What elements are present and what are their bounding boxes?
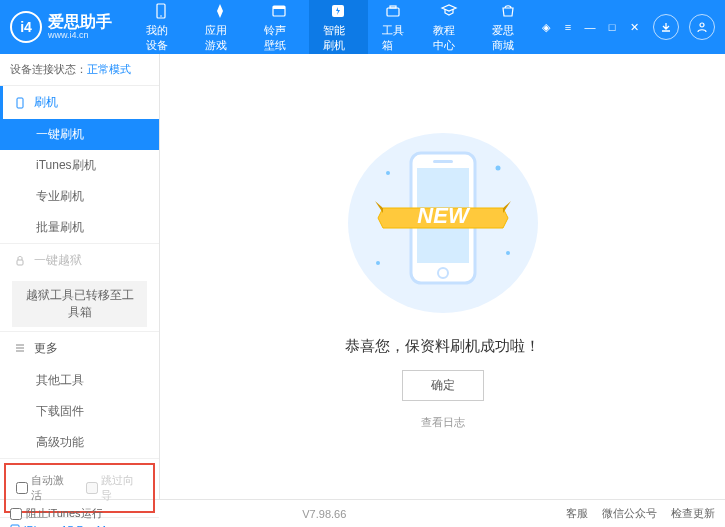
- svg-rect-15: [433, 160, 453, 163]
- sidebar-item-batch[interactable]: 批量刷机: [0, 212, 159, 243]
- svg-rect-5: [387, 8, 399, 16]
- sidebar-flash-header[interactable]: 刷机: [0, 86, 159, 119]
- block-itunes-checkbox[interactable]: [10, 508, 22, 520]
- download-button[interactable]: [653, 14, 679, 40]
- success-message: 恭喜您，保资料刷机成功啦！: [345, 337, 540, 356]
- sidebar-item-itunes[interactable]: iTunes刷机: [0, 150, 159, 181]
- list-icon: [14, 342, 26, 354]
- svg-rect-8: [17, 98, 23, 108]
- nav-ringtones[interactable]: 铃声壁纸: [250, 0, 309, 54]
- store-icon: [499, 2, 517, 20]
- toolbox-icon: [384, 2, 402, 20]
- logo-icon: i4: [10, 11, 42, 43]
- nav-store[interactable]: 爱思商城: [478, 0, 537, 54]
- menu-icon[interactable]: ≡: [559, 18, 577, 36]
- device-icon: [152, 2, 170, 20]
- main-nav: 我的设备 应用游戏 铃声壁纸 智能刷机 工具箱 教程中心 爱思商城: [132, 0, 537, 54]
- minimize-button[interactable]: —: [581, 18, 599, 36]
- sidebar: 设备连接状态：正常模式 刷机 一键刷机 iTunes刷机 专业刷机 批量刷机 一…: [0, 54, 160, 499]
- sidebar-item-pro[interactable]: 专业刷机: [0, 181, 159, 212]
- new-ribbon-text: NEW: [417, 203, 471, 228]
- svg-point-7: [700, 23, 704, 27]
- flash-icon: [329, 2, 347, 20]
- version-label: V7.98.66: [302, 508, 346, 520]
- device-small-icon: [10, 524, 20, 527]
- maximize-button[interactable]: □: [603, 18, 621, 36]
- device-status: 设备连接状态：正常模式: [0, 54, 159, 86]
- sidebar-more-header[interactable]: 更多: [0, 332, 159, 365]
- footer-update[interactable]: 检查更新: [671, 506, 715, 521]
- svg-point-1: [161, 15, 163, 17]
- sidebar-item-oneclick[interactable]: 一键刷机: [0, 119, 159, 150]
- app-header: i4 爱思助手 www.i4.cn 我的设备 应用游戏 铃声壁纸 智能刷机 工具…: [0, 0, 725, 54]
- svg-point-17: [495, 166, 500, 171]
- apps-icon: [211, 2, 229, 20]
- footer-support[interactable]: 客服: [566, 506, 588, 521]
- svg-point-18: [506, 251, 510, 255]
- jailbreak-notice: 越狱工具已转移至工具箱: [12, 281, 147, 327]
- svg-rect-6: [390, 6, 396, 8]
- sidebar-item-advanced[interactable]: 高级功能: [0, 427, 159, 458]
- sidebar-item-other[interactable]: 其他工具: [0, 365, 159, 396]
- nav-my-device[interactable]: 我的设备: [132, 0, 191, 54]
- phone-icon: [14, 97, 26, 109]
- device-name[interactable]: iPhone 15 Pro Max: [10, 524, 149, 527]
- skin-icon[interactable]: ◈: [537, 18, 555, 36]
- app-logo: i4 爱思助手 www.i4.cn: [10, 11, 112, 43]
- svg-rect-9: [17, 260, 23, 265]
- tutorial-icon: [440, 2, 458, 20]
- main-content: NEW 恭喜您，保资料刷机成功啦！ 确定 查看日志: [160, 54, 725, 499]
- checkbox-skip-guide[interactable]: 跳过向导: [86, 473, 144, 503]
- window-controls: ◈ ≡ — □ ✕: [537, 14, 715, 40]
- logo-title: 爱思助手: [48, 13, 112, 31]
- close-button[interactable]: ✕: [625, 18, 643, 36]
- nav-toolbox[interactable]: 工具箱: [368, 0, 419, 54]
- ringtone-icon: [270, 2, 288, 20]
- user-button[interactable]: [689, 14, 715, 40]
- sidebar-jailbreak-header[interactable]: 一键越狱: [0, 244, 159, 277]
- nav-apps[interactable]: 应用游戏: [191, 0, 250, 54]
- svg-point-16: [386, 171, 390, 175]
- ok-button[interactable]: 确定: [402, 370, 484, 401]
- footer-wechat[interactable]: 微信公众号: [602, 506, 657, 521]
- lock-icon: [14, 255, 26, 267]
- svg-rect-3: [273, 6, 285, 9]
- nav-tutorials[interactable]: 教程中心: [419, 0, 478, 54]
- sidebar-item-download[interactable]: 下载固件: [0, 396, 159, 427]
- svg-point-19: [376, 261, 380, 265]
- logo-subtitle: www.i4.cn: [48, 31, 112, 41]
- block-itunes-label: 阻止iTunes运行: [26, 506, 103, 521]
- view-log-link[interactable]: 查看日志: [421, 415, 465, 430]
- nav-flash[interactable]: 智能刷机: [309, 0, 368, 54]
- checkbox-auto-activate[interactable]: 自动激活: [16, 473, 74, 503]
- success-illustration: NEW: [373, 123, 513, 323]
